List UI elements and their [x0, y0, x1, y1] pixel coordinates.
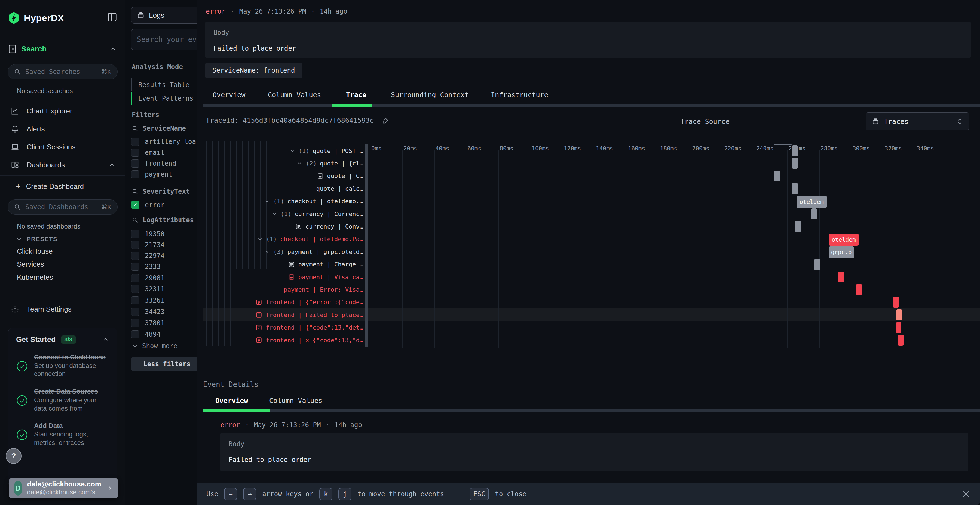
- span-row[interactable]: quote | C…: [203, 170, 363, 182]
- search-icon[interactable]: [132, 217, 138, 223]
- span-row[interactable]: (1)checkout | oteldemo.Pa…: [203, 233, 363, 245]
- filter-option[interactable]: 33261: [131, 296, 164, 305]
- get-started-item[interactable]: Connect to ClickHouse Set up your databa…: [16, 353, 109, 378]
- help-button[interactable]: ?: [6, 448, 22, 464]
- less-filters-button[interactable]: Less filters: [131, 357, 202, 371]
- filter-option[interactable]: 4894: [131, 330, 161, 338]
- filter-checkbox[interactable]: [131, 149, 139, 157]
- span-row[interactable]: payment | Error: Visa…: [203, 283, 363, 296]
- search-icon[interactable]: [132, 188, 138, 195]
- filter-checkbox[interactable]: [131, 170, 139, 178]
- chevron-down-icon[interactable]: [290, 148, 295, 154]
- service-name-chip[interactable]: ServiceName: frontend: [205, 63, 302, 78]
- filter-checkbox[interactable]: [131, 319, 139, 327]
- span-row[interactable]: currency | Conv…: [203, 220, 363, 233]
- span-duration-bar[interactable]: [795, 221, 802, 232]
- span-row[interactable]: (1)quote | POST …: [203, 145, 363, 157]
- chevron-down-icon[interactable]: [271, 211, 277, 217]
- span-row[interactable]: frontend | {"error":{"code…: [203, 296, 363, 308]
- sidebar-item-kubernetes[interactable]: Kubernetes: [17, 273, 53, 282]
- span-duration-bar[interactable]: [774, 171, 780, 181]
- filter-checkbox[interactable]: [131, 159, 139, 168]
- filter-option[interactable]: ✓error: [131, 201, 164, 209]
- saved-dashboards-input[interactable]: Saved Dashboards ⌘K: [8, 199, 118, 215]
- sidebar-item-search[interactable]: Search: [8, 43, 117, 55]
- filter-checkbox[interactable]: [131, 230, 139, 238]
- span-duration-bar[interactable]: [792, 145, 798, 156]
- filter-option[interactable]: 2333: [131, 262, 161, 271]
- pane-resizer[interactable]: [365, 144, 368, 348]
- tab-overview[interactable]: Overview: [213, 91, 245, 99]
- sidebar-item-dashboards[interactable]: Dashboards: [0, 157, 125, 173]
- chevron-down-icon[interactable]: [264, 249, 270, 255]
- span-row[interactable]: payment | Visa ca…: [203, 271, 363, 283]
- get-started-item[interactable]: Create Data Sources Configure where your…: [16, 387, 109, 413]
- source-select[interactable]: Logs: [131, 7, 202, 24]
- sidebar-item-alerts[interactable]: Alerts: [0, 121, 125, 137]
- span-duration-bar[interactable]: [896, 322, 901, 333]
- event-details-tab-column-values[interactable]: Column Values: [269, 397, 323, 405]
- filter-option[interactable]: 32311: [131, 285, 164, 293]
- chevron-down-icon[interactable]: [296, 160, 302, 166]
- filter-option[interactable]: 37801: [131, 319, 164, 327]
- close-icon[interactable]: [961, 489, 971, 499]
- chevron-up-icon[interactable]: [110, 45, 117, 52]
- tab-column-values[interactable]: Column Values: [268, 91, 321, 99]
- span-duration-bar[interactable]: grpc.o: [829, 246, 854, 258]
- event-search-input[interactable]: Search your ev: [131, 29, 202, 50]
- filter-option[interactable]: 19350: [131, 230, 164, 238]
- get-started-item[interactable]: Add Data Start sending logs, metrics, or…: [16, 422, 109, 447]
- chevron-down-icon[interactable]: [257, 236, 263, 242]
- sidebar-item-client-sessions[interactable]: Client Sessions: [0, 139, 125, 154]
- span-duration-bar[interactable]: [838, 272, 845, 283]
- span-row[interactable]: (2)quote | {cl…: [203, 157, 363, 170]
- mode-results-table[interactable]: Results Table: [131, 78, 203, 91]
- filter-option[interactable]: artillery-loa: [131, 138, 196, 146]
- filter-checkbox[interactable]: [131, 138, 139, 146]
- sidebar-item-clickhouse[interactable]: ClickHouse: [17, 247, 53, 256]
- span-duration-bar[interactable]: [792, 158, 798, 169]
- search-icon[interactable]: [132, 125, 138, 132]
- span-row[interactable]: (1)checkout | oteldemo.…: [203, 195, 363, 208]
- span-duration-bar[interactable]: [792, 183, 798, 194]
- user-menu[interactable]: D dale@clickhouse.com dale@clickhouse.co…: [9, 478, 118, 499]
- filter-option[interactable]: 22974: [131, 252, 164, 260]
- filter-checkbox[interactable]: ✓: [131, 201, 139, 209]
- filter-option[interactable]: 34423: [131, 308, 164, 316]
- filter-checkbox[interactable]: [131, 262, 139, 271]
- sidebar-item-team-settings[interactable]: Team Settings: [0, 302, 125, 317]
- trace-source-select[interactable]: Traces: [865, 113, 969, 130]
- span-duration-bar[interactable]: [897, 335, 904, 346]
- span-row[interactable]: frontend | {"code":13,"det…: [203, 321, 363, 334]
- show-more-button[interactable]: Show more: [132, 342, 178, 350]
- span-duration-bar[interactable]: oteldem: [829, 234, 859, 246]
- mode-event-patterns[interactable]: Event Patterns: [131, 92, 203, 105]
- tab-surrounding-context[interactable]: Surrounding Context: [391, 91, 469, 99]
- presets-toggle[interactable]: PRESETS: [16, 236, 57, 243]
- chevron-up-icon[interactable]: [102, 336, 109, 343]
- tab-infrastructure[interactable]: Infrastructure: [491, 91, 548, 99]
- span-row[interactable]: quote | calc…: [203, 182, 363, 195]
- filter-checkbox[interactable]: [131, 241, 139, 249]
- filter-option[interactable]: 21734: [131, 241, 164, 249]
- filter-option[interactable]: frontend: [131, 159, 177, 168]
- edit-pencil-icon[interactable]: [382, 117, 390, 124]
- logo[interactable]: HyperDX: [8, 10, 118, 25]
- tab-trace[interactable]: Trace: [346, 91, 366, 99]
- saved-searches-input[interactable]: Saved Searches ⌘K: [8, 64, 118, 79]
- span-duration-bar[interactable]: [896, 310, 902, 320]
- event-details-tab-overview[interactable]: Overview: [215, 397, 248, 405]
- span-duration-bar[interactable]: [811, 208, 818, 219]
- filter-checkbox[interactable]: [131, 330, 139, 338]
- span-row[interactable]: frontend | × {"code":13,"d…: [203, 334, 363, 346]
- filter-checkbox[interactable]: [131, 308, 139, 316]
- sidebar-item-chart-explorer[interactable]: Chart Explorer: [0, 103, 125, 119]
- span-duration-bar[interactable]: [856, 284, 862, 295]
- sidebar-item-services[interactable]: Services: [17, 260, 44, 268]
- filter-option[interactable]: email: [131, 149, 164, 157]
- span-row[interactable]: (1)currency | Currenc…: [203, 208, 363, 220]
- span-row[interactable]: frontend | Failed to place…: [203, 308, 363, 321]
- filter-checkbox[interactable]: [131, 296, 139, 305]
- span-row[interactable]: payment | Charge …: [203, 258, 363, 271]
- chevron-down-icon[interactable]: [264, 199, 270, 204]
